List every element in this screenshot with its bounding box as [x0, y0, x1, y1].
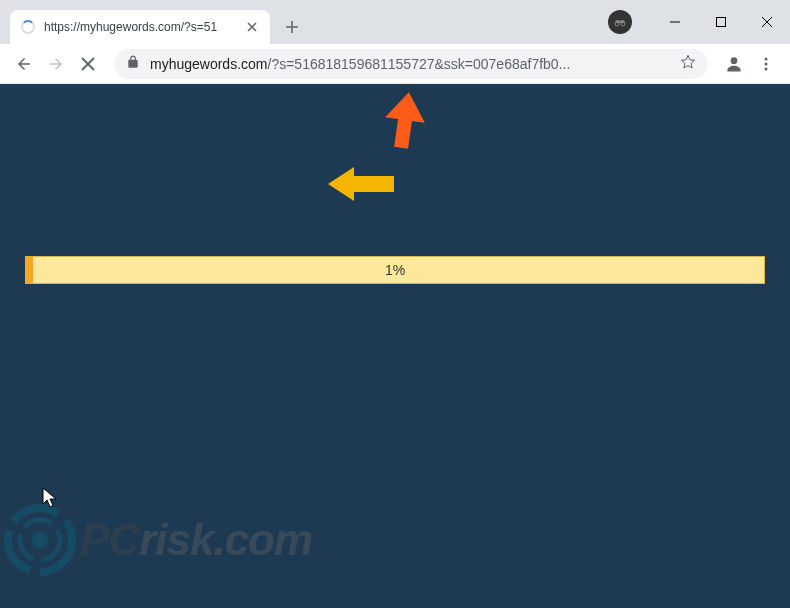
- title-bar: https://myhugewords.com/?s=51: [0, 0, 790, 44]
- watermark-text: PCrisk.com: [80, 515, 312, 565]
- watermark-risk: risk.com: [139, 515, 312, 564]
- svg-point-6: [765, 67, 768, 70]
- url-text: myhugewords.com/?s=516818159681155727&ss…: [150, 56, 672, 72]
- address-bar[interactable]: myhugewords.com/?s=516818159681155727&ss…: [114, 49, 708, 79]
- lock-icon: [126, 55, 140, 72]
- bookmark-star-icon[interactable]: [680, 54, 696, 73]
- tab-title: https://myhugewords.com/?s=51: [44, 20, 244, 34]
- tab-close-button[interactable]: [244, 19, 260, 35]
- url-path: /?s=516818159681155727&ssk=007e68af7fb0.…: [268, 56, 571, 72]
- url-domain: myhugewords.com: [150, 56, 268, 72]
- menu-icon[interactable]: [750, 48, 782, 80]
- progress-bar: 1%: [25, 256, 765, 284]
- browser-window: https://myhugewords.com/?s=51: [0, 0, 790, 608]
- svg-point-3: [731, 57, 738, 64]
- watermark-pc: PC: [80, 515, 139, 564]
- close-window-button[interactable]: [744, 6, 790, 38]
- incognito-icon: [608, 10, 632, 34]
- page-content: 1% PCrisk.com: [0, 84, 790, 608]
- back-button[interactable]: [8, 48, 40, 80]
- browser-tab[interactable]: https://myhugewords.com/?s=51: [10, 10, 270, 44]
- new-tab-button[interactable]: [278, 13, 306, 41]
- svg-point-4: [765, 57, 768, 60]
- maximize-button[interactable]: [698, 6, 744, 38]
- minimize-button[interactable]: [652, 6, 698, 38]
- watermark-logo-icon: [0, 500, 80, 580]
- svg-point-5: [765, 62, 768, 65]
- progress-text: 1%: [385, 262, 405, 278]
- mouse-cursor-icon: [42, 487, 58, 513]
- stop-reload-button[interactable]: [72, 48, 104, 80]
- svg-rect-2: [717, 18, 726, 27]
- forward-button[interactable]: [40, 48, 72, 80]
- svg-point-9: [32, 532, 48, 548]
- annotation-arrow-up-icon: [380, 90, 430, 154]
- progress-fill: [26, 257, 33, 283]
- window-controls: [608, 0, 790, 44]
- annotation-arrow-left-icon: [326, 164, 396, 208]
- profile-icon[interactable]: [718, 48, 750, 80]
- loading-spinner-icon: [20, 19, 36, 35]
- toolbar: myhugewords.com/?s=516818159681155727&ss…: [0, 44, 790, 84]
